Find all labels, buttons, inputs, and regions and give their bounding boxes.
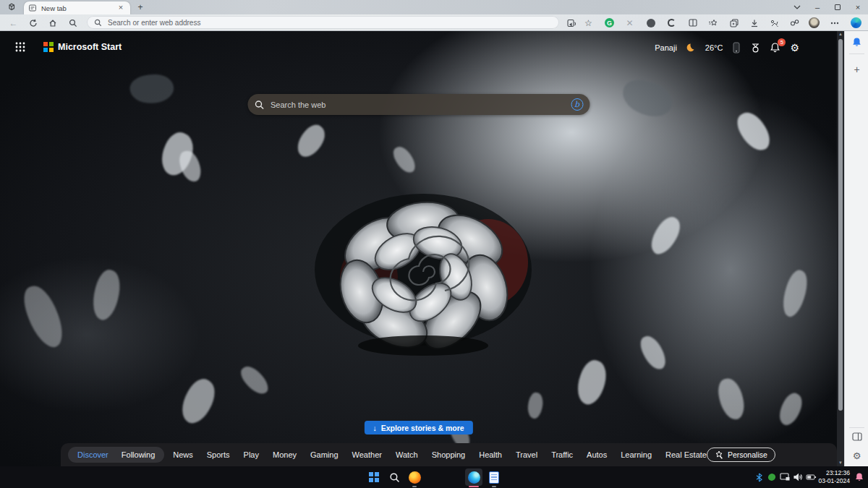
workspaces-icon[interactable] xyxy=(7,2,17,12)
notification-badge: 5 xyxy=(778,38,786,46)
nav-item[interactable]: Autos xyxy=(587,450,607,459)
close-window-button[interactable]: × xyxy=(848,0,868,14)
weather-location[interactable]: Panaji xyxy=(655,43,677,52)
maximize-button[interactable] xyxy=(827,0,848,14)
disabled-extension-icon[interactable]: ✕ xyxy=(624,17,636,29)
tab-actions-chevron-icon[interactable] xyxy=(787,0,807,14)
nav-item[interactable]: Play xyxy=(244,450,259,459)
nav-item[interactable]: Weather xyxy=(352,450,382,459)
collections-icon[interactable] xyxy=(707,17,719,29)
paint-smudge xyxy=(637,333,670,373)
scroll-up-icon[interactable]: ▲ xyxy=(837,31,844,38)
paint-smudge xyxy=(19,281,68,352)
nav-item[interactable]: Traffic xyxy=(551,450,573,459)
mobile-device-icon[interactable] xyxy=(731,42,741,53)
home-button[interactable] xyxy=(46,17,59,29)
page-title[interactable]: Microsoft Start xyxy=(58,42,122,52)
scroll-down-icon[interactable]: ▼ xyxy=(837,460,844,466)
personalise-icon xyxy=(715,450,723,459)
copilot-logo xyxy=(851,17,861,28)
back-button[interactable]: ← xyxy=(7,17,20,29)
nav-item[interactable]: Learning xyxy=(621,450,652,459)
nav-item[interactable]: Shopping xyxy=(432,450,466,459)
notification-center-bell[interactable] xyxy=(851,468,867,486)
rewards-icon[interactable] xyxy=(750,43,761,53)
sidebar-settings-gear-icon[interactable]: ⚙ xyxy=(845,450,868,461)
desktop: New tab × + – × ← Search or enter web ad… xyxy=(0,0,868,488)
nav-item[interactable]: Watch xyxy=(396,450,418,459)
paint-smudge xyxy=(292,121,331,161)
toolbar-search-button[interactable] xyxy=(67,17,79,29)
address-bar[interactable]: Search or enter web address xyxy=(87,16,559,29)
extension-blob xyxy=(647,19,655,27)
battery-tray-icon[interactable] xyxy=(804,468,817,486)
tab-close-icon[interactable]: × xyxy=(116,3,126,13)
display-tray-icon[interactable] xyxy=(778,468,791,486)
browser-tab-new-tab[interactable]: New tab × xyxy=(24,1,130,14)
green-app-tray-icon[interactable] xyxy=(765,468,778,486)
edge-taskbar-icon[interactable] xyxy=(465,468,482,486)
taskbar-search-button[interactable] xyxy=(386,468,403,486)
bluetooth-tray-icon[interactable] xyxy=(752,468,765,486)
settings-more-icon[interactable] xyxy=(828,17,841,29)
web-search-bar[interactable]: Search the web b xyxy=(247,94,590,115)
paint-smudge xyxy=(571,357,611,408)
windows-taskbar: 23:12:36 03-01-2024 xyxy=(0,466,868,488)
nav-item[interactable]: Sports xyxy=(207,450,230,459)
nav-item[interactable]: Gaming xyxy=(310,450,339,459)
paint-smudge xyxy=(175,374,222,428)
scrollbar-thumb[interactable] xyxy=(838,39,843,411)
new-tab-page-icon xyxy=(28,4,37,12)
add-to-collections-icon[interactable] xyxy=(728,17,740,29)
start-button[interactable] xyxy=(365,468,383,486)
new-tab-page: Microsoft Start Panaji 26°C 5 ⚙ Search t… xyxy=(0,31,837,466)
explore-stories-button[interactable]: ↓ Explore stories & more xyxy=(364,421,472,435)
page-settings-gear-icon[interactable]: ⚙ xyxy=(790,43,799,53)
edge-logo xyxy=(468,471,480,484)
page-scrollbar[interactable]: ▲ ▼ xyxy=(837,31,844,466)
split-screen-icon[interactable] xyxy=(686,17,699,29)
app-launcher-grid-icon[interactable] xyxy=(14,41,26,53)
sidebar-add-icon[interactable]: + xyxy=(845,64,868,75)
downloads-icon[interactable] xyxy=(748,17,760,29)
blue-bell-icon xyxy=(851,37,862,48)
read-aloud-icon[interactable] xyxy=(566,17,578,29)
paint-smudge xyxy=(778,267,812,319)
paint-smudge xyxy=(733,107,775,155)
bing-icon[interactable]: b xyxy=(571,98,583,111)
start-page-header: Microsoft Start Panaji 26°C 5 ⚙ xyxy=(0,38,837,57)
sidebar-panel-icon[interactable] xyxy=(845,432,868,441)
grammarly-extension-icon[interactable]: G xyxy=(603,17,616,29)
nav-item[interactable]: Travel xyxy=(516,450,537,459)
browser-essentials-icon[interactable] xyxy=(768,17,780,29)
volume-tray-icon[interactable] xyxy=(791,468,804,486)
new-tab-button[interactable]: + xyxy=(135,3,145,13)
nav-item[interactable]: Health xyxy=(479,450,502,459)
personalise-button[interactable]: Personalise xyxy=(707,448,775,462)
extension-icon-crescent[interactable] xyxy=(665,17,678,29)
firefox-taskbar-icon[interactable] xyxy=(406,468,423,486)
nav-item[interactable]: News xyxy=(173,450,193,459)
refresh-button[interactable] xyxy=(27,17,39,29)
favorites-star-icon[interactable]: ☆ xyxy=(582,17,595,29)
nav-item[interactable]: Real Estate xyxy=(665,450,707,459)
feed-tab[interactable]: Discover xyxy=(71,450,115,459)
wallet-icon[interactable] xyxy=(788,17,801,29)
weather-temperature[interactable]: 26°C xyxy=(705,43,723,52)
clock-time: 23:12:36 xyxy=(819,469,850,478)
notepad-taskbar-icon[interactable] xyxy=(485,468,503,486)
minimize-button[interactable]: – xyxy=(807,0,827,14)
avatar-image xyxy=(809,17,820,28)
profile-avatar[interactable] xyxy=(808,17,820,29)
windows-logo-icon xyxy=(369,472,380,483)
browser-toolbar: ← Search or enter web address ☆ G ✕ xyxy=(0,14,868,31)
clock-date: 03-01-2024 xyxy=(819,477,850,486)
explore-label: Explore stories & more xyxy=(381,424,464,432)
feed-tab[interactable]: Following xyxy=(115,450,161,459)
nav-item[interactable]: Money xyxy=(273,450,297,459)
notifications-bell[interactable]: 5 xyxy=(770,42,781,53)
taskbar-clock[interactable]: 23:12:36 03-01-2024 xyxy=(819,469,850,486)
sidebar-notifications-icon[interactable] xyxy=(845,37,868,48)
extension-icon-dark[interactable] xyxy=(644,17,657,29)
copilot-icon[interactable] xyxy=(850,17,862,29)
